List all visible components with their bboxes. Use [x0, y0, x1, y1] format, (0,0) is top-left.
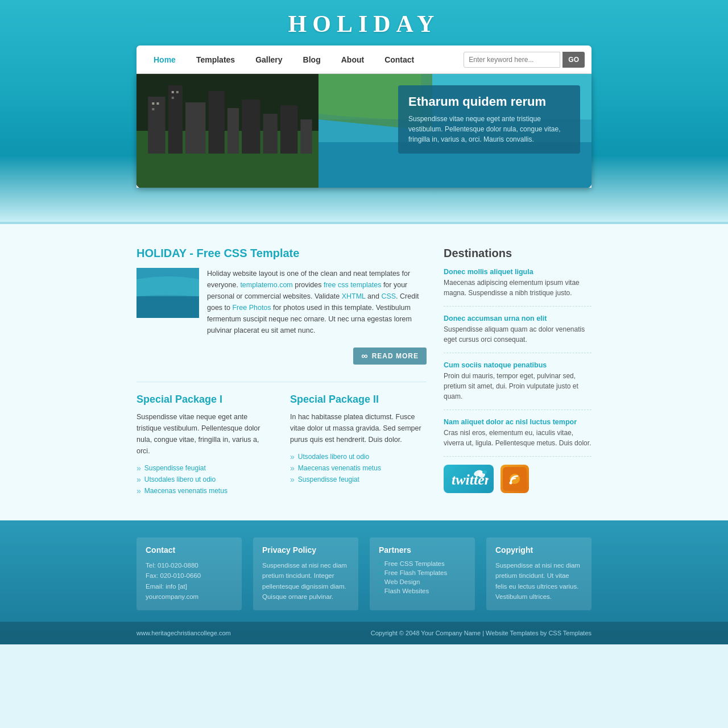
footer-copyright-title: Copyright — [495, 545, 582, 555]
content-area: HOLIDAY - Free CSS Template Holiday webs… — [0, 222, 728, 520]
svg-rect-3 — [168, 85, 183, 154]
web-design-link[interactable]: Web Design — [384, 578, 420, 585]
destination-4: Nam aliquet dolor ac nisl luctus tempor … — [444, 418, 592, 457]
footer-copyright-text-bottom: Copyright © 2048 Your Company Name | Web… — [371, 630, 592, 636]
nav-item-home[interactable]: Home — [143, 46, 186, 74]
nav-item-blog[interactable]: Blog — [293, 46, 331, 74]
flash-websites-link[interactable]: Flash Websites — [384, 588, 429, 594]
nav-item-contact[interactable]: Contact — [374, 46, 424, 74]
footer-link-3: Web Design — [379, 578, 466, 585]
company-name-link[interactable]: Your Company Name — [421, 630, 481, 636]
xhtml-link[interactable]: XHTML — [342, 292, 366, 300]
content-inner: HOLIDAY - Free CSS Template Holiday webs… — [136, 247, 592, 498]
nav-search: GO — [464, 52, 585, 68]
package-1-item-2: Utsodales libero ut odio — [136, 475, 273, 484]
nav-links: Home Templates Gallery Blog About Contac… — [143, 46, 464, 74]
footer-link-2: Free Flash Templates — [379, 569, 466, 576]
footer-by: by — [540, 630, 549, 636]
css-link[interactable]: CSS — [381, 292, 396, 300]
destination-4-link[interactable]: Nam aliquet dolor ac nisl luctus tempor — [444, 418, 592, 426]
divider-1 — [136, 382, 427, 382]
package-2-item-2: Maecenas venenatis metus — [290, 464, 427, 473]
destination-3: Cum sociis natoque penatibus Proin dui m… — [444, 361, 592, 410]
hero-text: Suspendisse vitae neque eget ante tristi… — [408, 114, 570, 144]
footer-privacy: Privacy Policy Suspendisse at nisi nec d… — [253, 537, 358, 610]
domain-text: www.heritagechristiancollege.com — [136, 630, 231, 636]
top-section: HOLIDAY Home Templates Gallery Blog Abou… — [0, 0, 728, 222]
twitter-icon[interactable]: twitter — [444, 465, 494, 493]
about-body: Holiday website layout is one of the cle… — [136, 268, 427, 336]
packages-row: Special Package I Suspendisse vitae nequ… — [136, 394, 427, 498]
svg-rect-12 — [156, 102, 159, 105]
destination-1-link[interactable]: Donec mollis aliquet ligula — [444, 268, 592, 276]
destination-3-link[interactable]: Cum sociis natoque penatibus — [444, 361, 592, 369]
read-more-button[interactable]: ∞ READ MORE — [353, 348, 427, 365]
footer-link-4: Flash Websites — [379, 588, 466, 594]
package-2-list: Utsodales libero ut odio Maecenas venena… — [290, 452, 427, 484]
package-2-item-3: Suspendisse feugiat — [290, 475, 427, 484]
svg-point-25 — [482, 470, 487, 474]
website-templates-link[interactable]: Website Templates — [486, 630, 539, 636]
read-more-wrap: ∞ READ MORE — [136, 348, 427, 365]
footer-partners: Partners Free CSS Templates Free Flash T… — [370, 537, 475, 610]
footer-email: Email: info [at] yourcompany.com — [146, 581, 233, 602]
hero-image: Etharum quidem rerum Suspendisse vitae n… — [136, 74, 592, 188]
nav-bar: Home Templates Gallery Blog About Contac… — [136, 46, 592, 74]
destination-1: Donec mollis aliquet ligula Maecenas adi… — [444, 268, 592, 307]
read-more-label: READ MORE — [372, 352, 419, 360]
hero-text-box: Etharum quidem rerum Suspendisse vitae n… — [398, 85, 580, 154]
social-icons: twitter — [444, 465, 592, 493]
free-flash-templates-link[interactable]: Free Flash Templates — [384, 569, 447, 576]
templatemo-link[interactable]: templatemo.com — [240, 281, 292, 289]
package-2-item-1: Utsodales libero ut odio — [290, 452, 427, 461]
svg-point-28 — [510, 482, 512, 485]
package-2: Special Package II In hac habitasse plat… — [290, 394, 427, 498]
footer-contact: Contact Tel: 010-020-0880 Fax: 020-010-0… — [136, 537, 242, 610]
svg-rect-5 — [208, 91, 224, 154]
nav-item-templates[interactable]: Templates — [186, 46, 245, 74]
nav-wrapper: Home Templates Gallery Blog About Contac… — [136, 46, 592, 188]
search-input[interactable] — [464, 52, 560, 68]
svg-rect-2 — [148, 97, 165, 154]
svg-rect-10 — [300, 119, 312, 154]
copyright-year: Copyright © 2048 — [371, 630, 420, 636]
main-column: HOLIDAY - Free CSS Template Holiday webs… — [136, 247, 427, 498]
free-css-templates-link[interactable]: Free CSS Templates — [384, 560, 445, 567]
svg-rect-15 — [176, 91, 179, 93]
css-templates-link[interactable]: CSS Templates — [548, 630, 592, 636]
package-1-text: Suspendisse vitae neque eget ante tristi… — [136, 411, 273, 457]
free-photos-link[interactable]: Free Photos — [232, 304, 271, 312]
footer-copyright-col: Copyright Suspendisse at nisi nec diam p… — [486, 537, 592, 610]
package-1-title: Special Package I — [136, 394, 273, 406]
footer-privacy-text: Suspendisse at nisi nec diam pretium tin… — [262, 560, 349, 602]
footer-partners-title: Partners — [379, 545, 466, 555]
nav-item-about[interactable]: About — [331, 46, 374, 74]
nav-item-gallery[interactable]: Gallery — [245, 46, 292, 74]
destination-2-link[interactable]: Donec accumsan urna non elit — [444, 315, 592, 322]
about-image — [136, 268, 199, 318]
sidebar: Destinations Donec mollis aliquet ligula… — [444, 247, 592, 498]
destination-3-desc: Proin dui mauris, tempor eget, pulvinar … — [444, 371, 592, 402]
footer-contact-title: Contact — [146, 545, 233, 555]
footer: Contact Tel: 010-020-0880 Fax: 020-010-0… — [0, 520, 728, 644]
package-1: Special Package I Suspendisse vitae nequ… — [136, 394, 273, 498]
about-title: HOLIDAY - Free CSS Template — [136, 247, 427, 260]
search-button[interactable]: GO — [562, 52, 585, 68]
package-1-list: Suspendisse feugiat Utsodales libero ut … — [136, 464, 273, 495]
footer-contact-text: Tel: 010-020-0880 Fax: 020-010-0660 Emai… — [146, 560, 233, 602]
svg-rect-6 — [228, 108, 239, 154]
package-2-title: Special Package II — [290, 394, 427, 406]
footer-fax: Fax: 020-010-0660 — [146, 570, 233, 581]
free-css-link[interactable]: free css templates — [324, 281, 381, 289]
about-text: Holiday website layout is one of the cle… — [207, 268, 427, 336]
rss-icon[interactable] — [500, 465, 529, 493]
hero-img-placeholder: Etharum quidem rerum Suspendisse vitae n… — [136, 74, 592, 188]
footer-domain-row: www.heritagechristiancollege.com Copyrig… — [136, 626, 592, 640]
destinations-title: Destinations — [444, 247, 592, 260]
svg-rect-13 — [152, 108, 154, 110]
destination-2: Donec accumsan urna non elit Suspendisse… — [444, 315, 592, 353]
svg-rect-11 — [152, 102, 154, 105]
svg-rect-9 — [280, 105, 297, 154]
destination-4-desc: Cras nisl eros, elementum eu, iaculis vi… — [444, 428, 592, 448]
svg-rect-14 — [172, 91, 174, 93]
